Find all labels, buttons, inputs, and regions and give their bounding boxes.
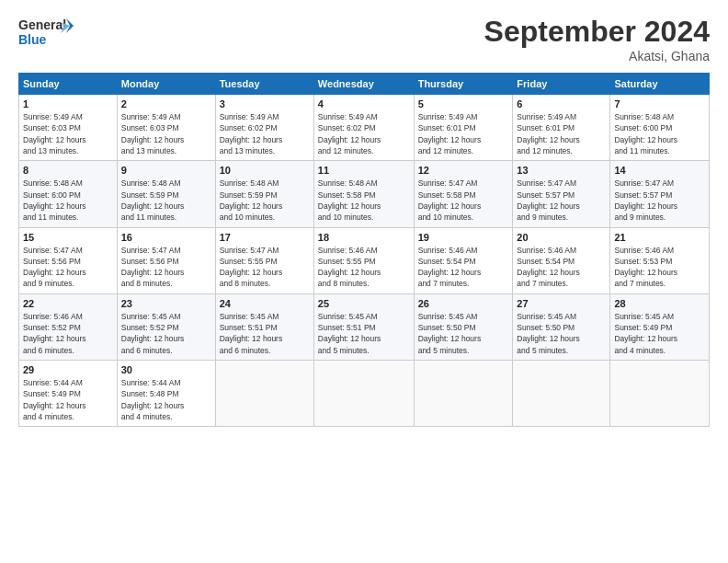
header-friday: Friday (513, 74, 610, 95)
header-tuesday: Tuesday (215, 74, 313, 95)
title-block: September 2024 Akatsi, Ghana (484, 15, 710, 63)
day-info: Sunrise: 5:48 AM Sunset: 5:58 PM Dayligh… (318, 178, 410, 223)
calendar-cell: 30Sunrise: 5:44 AM Sunset: 5:48 PM Dayli… (117, 361, 215, 427)
day-info: Sunrise: 5:45 AM Sunset: 5:51 PM Dayligh… (318, 311, 410, 356)
calendar-cell: 17Sunrise: 5:47 AM Sunset: 5:55 PM Dayli… (215, 227, 313, 293)
calendar-cell (414, 361, 513, 427)
day-info: Sunrise: 5:49 AM Sunset: 6:01 PM Dayligh… (418, 111, 509, 156)
day-number: 7 (614, 98, 705, 109)
calendar-cell (513, 361, 610, 427)
calendar-cell: 14Sunrise: 5:47 AM Sunset: 5:57 PM Dayli… (610, 161, 710, 227)
day-info: Sunrise: 5:45 AM Sunset: 5:50 PM Dayligh… (517, 311, 606, 356)
calendar-cell: 9Sunrise: 5:48 AM Sunset: 5:59 PM Daylig… (117, 161, 215, 227)
calendar-cell: 19Sunrise: 5:46 AM Sunset: 5:54 PM Dayli… (414, 227, 513, 293)
day-number: 6 (517, 98, 606, 109)
day-number: 20 (517, 232, 606, 243)
calendar-cell: 25Sunrise: 5:45 AM Sunset: 5:51 PM Dayli… (313, 293, 414, 360)
calendar-cell: 16Sunrise: 5:47 AM Sunset: 5:56 PM Dayli… (117, 227, 215, 293)
day-info: Sunrise: 5:47 AM Sunset: 5:55 PM Dayligh… (220, 245, 310, 290)
day-number: 4 (318, 98, 410, 109)
day-info: Sunrise: 5:48 AM Sunset: 5:59 PM Dayligh… (220, 178, 310, 223)
day-info: Sunrise: 5:44 AM Sunset: 5:48 PM Dayligh… (121, 377, 211, 422)
calendar-cell: 26Sunrise: 5:45 AM Sunset: 5:50 PM Dayli… (414, 293, 513, 360)
day-info: Sunrise: 5:47 AM Sunset: 5:58 PM Dayligh… (418, 178, 509, 223)
day-info: Sunrise: 5:48 AM Sunset: 6:00 PM Dayligh… (23, 178, 113, 223)
day-number: 28 (614, 298, 705, 309)
calendar-cell: 20Sunrise: 5:46 AM Sunset: 5:54 PM Dayli… (513, 227, 610, 293)
day-number: 15 (23, 232, 113, 243)
calendar-cell: 15Sunrise: 5:47 AM Sunset: 5:56 PM Dayli… (19, 227, 118, 293)
month-title: September 2024 (484, 15, 710, 49)
week-row-3: 15Sunrise: 5:47 AM Sunset: 5:56 PM Dayli… (19, 227, 710, 293)
day-number: 29 (23, 364, 113, 375)
day-number: 26 (418, 298, 509, 309)
svg-text:Blue: Blue (18, 32, 47, 47)
day-info: Sunrise: 5:49 AM Sunset: 6:03 PM Dayligh… (121, 111, 211, 156)
calendar-cell: 18Sunrise: 5:46 AM Sunset: 5:55 PM Dayli… (313, 227, 414, 293)
day-info: Sunrise: 5:49 AM Sunset: 6:02 PM Dayligh… (318, 111, 410, 156)
day-info: Sunrise: 5:46 AM Sunset: 5:54 PM Dayligh… (418, 245, 509, 290)
calendar-cell: 23Sunrise: 5:45 AM Sunset: 5:52 PM Dayli… (117, 293, 215, 360)
logo: General Blue (18, 15, 74, 52)
calendar-cell (313, 361, 414, 427)
calendar-cell: 27Sunrise: 5:45 AM Sunset: 5:50 PM Dayli… (513, 293, 610, 360)
header-saturday: Saturday (610, 74, 710, 95)
day-info: Sunrise: 5:46 AM Sunset: 5:54 PM Dayligh… (517, 245, 606, 290)
day-info: Sunrise: 5:46 AM Sunset: 5:53 PM Dayligh… (614, 245, 705, 290)
calendar-cell: 10Sunrise: 5:48 AM Sunset: 5:59 PM Dayli… (215, 161, 313, 227)
day-number: 18 (318, 232, 410, 243)
calendar-cell: 3Sunrise: 5:49 AM Sunset: 6:02 PM Daylig… (215, 95, 313, 161)
calendar-cell: 13Sunrise: 5:47 AM Sunset: 5:57 PM Dayli… (513, 161, 610, 227)
day-info: Sunrise: 5:45 AM Sunset: 5:51 PM Dayligh… (220, 311, 310, 356)
calendar-cell: 28Sunrise: 5:45 AM Sunset: 5:49 PM Dayli… (610, 293, 710, 360)
calendar-cell: 1Sunrise: 5:49 AM Sunset: 6:03 PM Daylig… (19, 95, 118, 161)
day-number: 16 (121, 232, 211, 243)
day-number: 19 (418, 232, 509, 243)
calendar-cell: 12Sunrise: 5:47 AM Sunset: 5:58 PM Dayli… (414, 161, 513, 227)
logo-svg: General Blue (18, 15, 74, 52)
day-number: 30 (121, 364, 211, 375)
calendar-cell: 29Sunrise: 5:44 AM Sunset: 5:49 PM Dayli… (19, 361, 118, 427)
day-number: 9 (121, 165, 211, 176)
week-row-1: 1Sunrise: 5:49 AM Sunset: 6:03 PM Daylig… (19, 95, 710, 161)
header-sunday: Sunday (19, 74, 118, 95)
subtitle: Akatsi, Ghana (484, 49, 710, 63)
day-number: 21 (614, 232, 705, 243)
day-number: 14 (614, 165, 705, 176)
day-number: 5 (418, 98, 509, 109)
week-row-4: 22Sunrise: 5:46 AM Sunset: 5:52 PM Dayli… (19, 293, 710, 360)
calendar-cell: 7Sunrise: 5:48 AM Sunset: 6:00 PM Daylig… (610, 95, 710, 161)
day-info: Sunrise: 5:45 AM Sunset: 5:52 PM Dayligh… (121, 311, 211, 356)
week-row-5: 29Sunrise: 5:44 AM Sunset: 5:49 PM Dayli… (19, 361, 710, 427)
day-info: Sunrise: 5:46 AM Sunset: 5:52 PM Dayligh… (23, 311, 113, 356)
svg-text:General: General (18, 17, 66, 32)
calendar-header-row: SundayMondayTuesdayWednesdayThursdayFrid… (19, 74, 710, 95)
day-number: 3 (220, 98, 310, 109)
calendar-cell: 4Sunrise: 5:49 AM Sunset: 6:02 PM Daylig… (313, 95, 414, 161)
day-number: 2 (121, 98, 211, 109)
page: General Blue September 2024 Akatsi, Ghan… (0, 0, 728, 563)
day-number: 11 (318, 165, 410, 176)
day-number: 13 (517, 165, 606, 176)
day-info: Sunrise: 5:45 AM Sunset: 5:49 PM Dayligh… (614, 311, 705, 356)
calendar-cell: 6Sunrise: 5:49 AM Sunset: 6:01 PM Daylig… (513, 95, 610, 161)
day-info: Sunrise: 5:49 AM Sunset: 6:02 PM Dayligh… (220, 111, 310, 156)
day-number: 12 (418, 165, 509, 176)
day-info: Sunrise: 5:44 AM Sunset: 5:49 PM Dayligh… (23, 377, 113, 422)
calendar-cell: 8Sunrise: 5:48 AM Sunset: 6:00 PM Daylig… (19, 161, 118, 227)
day-number: 17 (220, 232, 310, 243)
calendar-cell: 2Sunrise: 5:49 AM Sunset: 6:03 PM Daylig… (117, 95, 215, 161)
day-info: Sunrise: 5:49 AM Sunset: 6:03 PM Dayligh… (23, 111, 113, 156)
header-monday: Monday (117, 74, 215, 95)
calendar-cell: 21Sunrise: 5:46 AM Sunset: 5:53 PM Dayli… (610, 227, 710, 293)
day-number: 8 (23, 165, 113, 176)
header-wednesday: Wednesday (313, 74, 414, 95)
day-number: 24 (220, 298, 310, 309)
day-number: 22 (23, 298, 113, 309)
day-info: Sunrise: 5:48 AM Sunset: 5:59 PM Dayligh… (121, 178, 211, 223)
day-info: Sunrise: 5:47 AM Sunset: 5:56 PM Dayligh… (121, 245, 211, 290)
calendar-cell: 22Sunrise: 5:46 AM Sunset: 5:52 PM Dayli… (19, 293, 118, 360)
day-info: Sunrise: 5:49 AM Sunset: 6:01 PM Dayligh… (517, 111, 606, 156)
day-info: Sunrise: 5:46 AM Sunset: 5:55 PM Dayligh… (318, 245, 410, 290)
day-info: Sunrise: 5:47 AM Sunset: 5:57 PM Dayligh… (517, 178, 606, 223)
